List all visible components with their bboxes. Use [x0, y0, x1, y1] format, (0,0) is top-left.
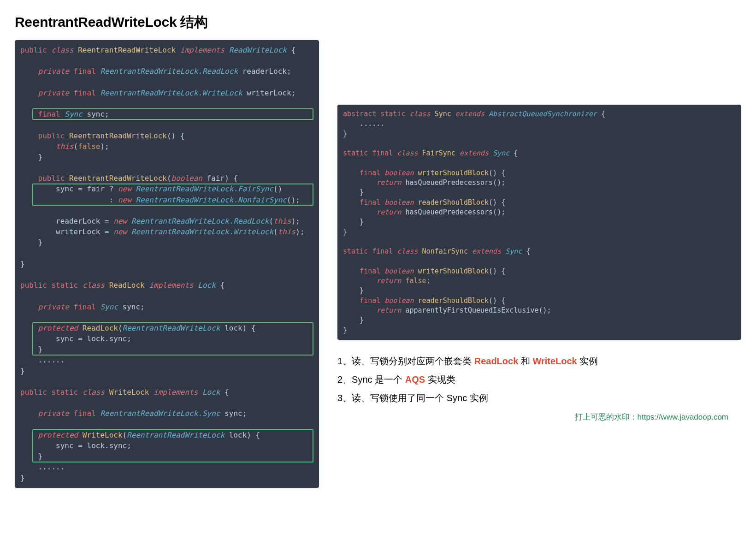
note-line: 3、读、写锁使用了同一个 Sync 实例	[337, 393, 741, 403]
note-line: 1、读、写锁分别对应两个嵌套类 ReadLock 和 WriteLock 实例	[337, 356, 741, 366]
watermark: 打上可恶的水印：https://www.javadoop.com	[575, 412, 728, 422]
right-column: abstract static class Sync extends Abstr…	[337, 40, 741, 422]
notes-list: 1、读、写锁分别对应两个嵌套类 ReadLock 和 WriteLock 实例2…	[337, 356, 741, 403]
page-title: ReentrantReadWriteLock 结构	[15, 13, 741, 32]
code-block-left: public class ReentrantReadWriteLock impl…	[15, 40, 319, 488]
left-column: public class ReentrantReadWriteLock impl…	[15, 40, 319, 504]
note-line: 2、Sync 是一个 AQS 实现类	[337, 375, 741, 384]
code-block-right: abstract static class Sync extends Abstr…	[337, 105, 741, 340]
content-columns: public class ReentrantReadWriteLock impl…	[15, 40, 741, 504]
